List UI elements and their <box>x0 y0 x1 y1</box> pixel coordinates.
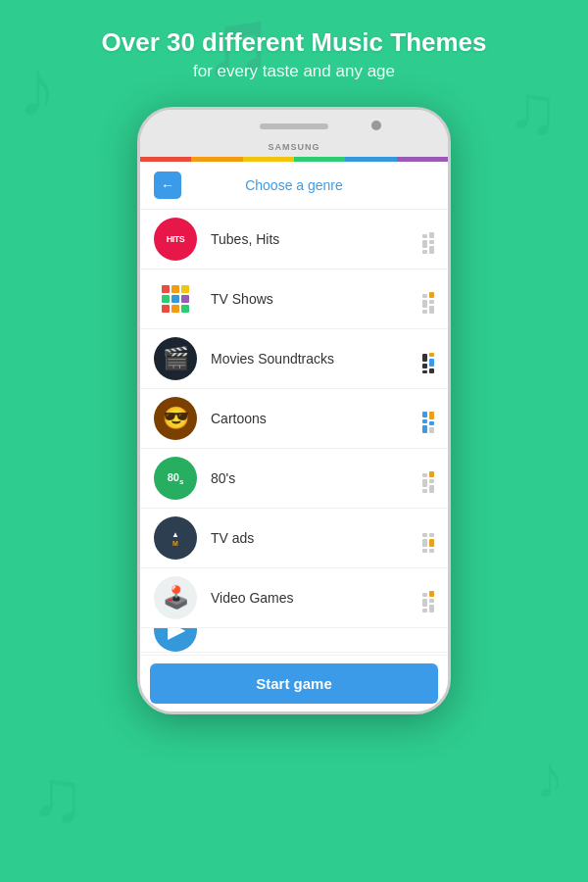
genre-name-tv-ads: TV ads <box>211 530 415 546</box>
genre-item-80s[interactable]: 80s 80's <box>140 449 448 509</box>
genre-icon-games: 🕹️ <box>154 576 197 619</box>
genre-list[interactable]: HITS Tubes, Hits TV Shows <box>140 210 448 655</box>
genre-name-80s: 80's <box>211 470 415 486</box>
genre-name-cartoons: Cartoons <box>211 411 415 426</box>
genre-name-hits: Tubes, Hits <box>211 231 415 247</box>
genre-name-tv-shows: TV Shows <box>211 291 415 307</box>
start-game-button[interactable]: Start game <box>150 663 438 704</box>
genre-item-tv-shows[interactable]: TV Shows <box>140 270 448 329</box>
genre-icon-hits: HITS <box>154 218 197 261</box>
phone-wrapper: SAMSUNG ← Choose a genre HITS <box>0 107 588 714</box>
genre-icon-80s: 80s <box>154 457 197 500</box>
phone-top: SAMSUNG <box>140 110 448 157</box>
app-screen-title: Choose a genre <box>181 177 407 193</box>
start-button-area: Start game <box>140 655 448 711</box>
genre-icon-tv-ads: ▲ M <box>154 516 197 560</box>
eq-bars <box>422 344 434 373</box>
genre-item-games[interactable]: 🕹️ Video Games <box>140 568 448 628</box>
eq-bars <box>422 464 434 493</box>
phone-speaker <box>260 123 328 129</box>
genre-icon-tv-shows <box>154 277 197 320</box>
phone-camera <box>371 121 381 130</box>
header-title: Over 30 different Music Themes <box>20 27 568 58</box>
genre-item-cartoons[interactable]: 😎 Cartoons <box>140 389 448 449</box>
genre-icon-cartoons: 😎 <box>154 397 197 440</box>
back-button[interactable]: ← <box>154 172 181 199</box>
eq-bars <box>422 404 434 433</box>
genre-name-games: Video Games <box>211 590 415 606</box>
eq-bars <box>422 224 434 254</box>
genre-name-movies: Movies Soundtracks <box>211 351 415 367</box>
genre-item-next[interactable]: ▶ <box>140 628 448 653</box>
genre-item-tv-ads[interactable]: ▲ M TV ads <box>140 509 448 568</box>
phone-frame: SAMSUNG ← Choose a genre HITS <box>137 107 451 714</box>
eq-bars <box>422 583 434 612</box>
genre-item-movies[interactable]: 🎬 Movies Soundtracks <box>140 329 448 389</box>
phone-brand: SAMSUNG <box>268 142 319 152</box>
eq-bars <box>422 523 434 553</box>
header-section: Over 30 different Music Themes for every… <box>0 0 588 97</box>
eq-bars <box>422 284 434 314</box>
genre-icon-movies: 🎬 <box>154 337 197 380</box>
app-header: ← Choose a genre <box>140 162 448 210</box>
app-screen: ← Choose a genre HITS Tubes, Hits <box>140 162 448 711</box>
header-subtitle: for every taste and any age <box>20 62 568 81</box>
genre-item-hits[interactable]: HITS Tubes, Hits <box>140 210 448 270</box>
